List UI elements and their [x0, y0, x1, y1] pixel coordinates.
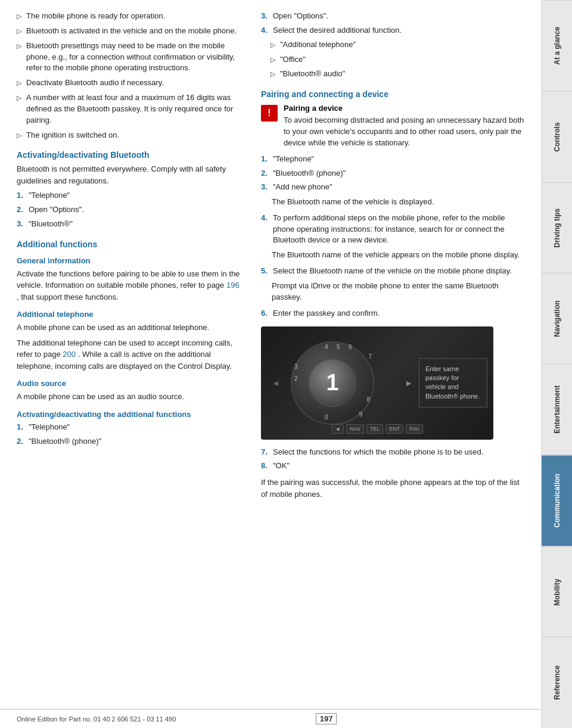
step-item: 3. Open "Options".	[261, 11, 524, 22]
bullet-item: ▷ Deactivate Bluetooth audio if necessar…	[17, 77, 243, 89]
sidebar-tab-label: Mobility	[553, 578, 561, 605]
warning-content: Pairing a device To avoid becoming distr…	[284, 104, 524, 149]
step-item: 1. "Telephone"	[17, 190, 243, 201]
menu-btn-fav: FAV	[406, 424, 422, 434]
step-num: 1.	[261, 154, 269, 165]
step-item: 3. "Add new phone"	[261, 182, 524, 193]
sub-bullet-item: ▷ "Bluetooth® audio"	[271, 69, 524, 80]
sidebar-tab-communication[interactable]: Communication	[542, 455, 572, 546]
step-num: 2.	[17, 204, 25, 216]
step-item: 1. "Telephone"	[261, 154, 524, 165]
step-item: 4. Select the desired additional functio…	[261, 25, 524, 36]
bullet-arrow-icon: ▷	[17, 42, 21, 74]
menu-btn-nav: NAV	[346, 424, 364, 434]
warning-icon: !	[261, 105, 278, 122]
general-info-page-link[interactable]: 196	[226, 281, 240, 290]
warning-text: To avoid becoming distracted and posing …	[284, 115, 524, 149]
sidebar-tab-controls[interactable]: Controls	[542, 91, 572, 182]
step-text: "Telephone"	[29, 190, 70, 201]
sidebar-tab-at-a-glance[interactable]: At a glance	[542, 0, 572, 91]
main-content: ▷ The mobile phone is ready for operatio…	[0, 0, 541, 728]
pairing-heading: Pairing and connecting a device	[261, 89, 524, 99]
bullet-arrow-icon: ▷	[271, 41, 275, 51]
step-item: 4. To perform additional steps on the mo…	[261, 213, 524, 247]
page-number: 197	[316, 713, 337, 724]
step-num: 7.	[261, 447, 269, 458]
idrive-controller: 4 5 6 7 2 3 8 9 0 1	[291, 341, 374, 425]
menu-btn-ent: ENT	[386, 424, 403, 434]
step-num: 1.	[17, 190, 25, 201]
bullet-text: Deactivate Bluetooth audio if necessary.	[26, 77, 164, 89]
footer-online-text: Online Edition for Part no. 01 40 2 606 …	[17, 715, 176, 723]
sidebar-tab-label: At a glance	[553, 27, 561, 65]
prerequisite-list: ▷ The mobile phone is ready for operatio…	[17, 11, 243, 141]
ring-num-7: 7	[368, 353, 372, 360]
sidebar-tab-label: Navigation	[553, 300, 561, 337]
bullet-item: ▷ The mobile phone is ready for operatio…	[17, 11, 243, 22]
step-text: "Telephone"	[273, 154, 314, 165]
sidebar-tab-reference[interactable]: Reference	[542, 637, 572, 728]
additional-telephone-heading: Additional telephone	[17, 310, 243, 319]
step-item: 7. Select the functions for which the mo…	[261, 447, 524, 458]
bullet-item: ▷ Bluetooth presettings may need to be m…	[17, 41, 243, 74]
sidebar-tab-label: Controls	[553, 122, 561, 151]
sidebar-tab-entertainment[interactable]: Entertainment	[542, 364, 572, 455]
step-num: 4.	[261, 213, 269, 247]
step-num: 3.	[261, 11, 269, 22]
step-item: 6. Enter the passkey and confirm.	[261, 308, 524, 319]
step-item: 2. "Bluetooth® (phone)"	[17, 436, 243, 447]
activating-additional-steps: 1. "Telephone" 2. "Bluetooth® (phone)"	[17, 422, 243, 447]
step-text: Select the desired additional function.	[273, 25, 402, 36]
step-item: 3. "Bluetooth®"	[17, 219, 243, 230]
steps-continued: 3. Open "Options". 4. Select the desired…	[261, 11, 524, 80]
idrive-inner-circle: 1	[309, 359, 356, 407]
step-text: To perform additional steps on the mobil…	[273, 213, 524, 247]
page-wrapper: ▷ The mobile phone is ready for operatio…	[0, 0, 572, 728]
step3-note: The Bluetooth name of the vehicle is dis…	[272, 196, 524, 208]
sidebar-tab-mobility[interactable]: Mobility	[542, 546, 572, 637]
bullet-arrow-icon: ▷	[17, 79, 21, 89]
step5-note: Prompt via iDrive or the mobile phone to…	[272, 280, 524, 303]
idrive-right-arrow: ►	[405, 378, 413, 388]
step4-note2: The Bluetooth name of the vehicle appear…	[272, 249, 524, 261]
bullet-arrow-icon: ▷	[17, 12, 21, 22]
sidebar-tab-label: Communication	[553, 474, 561, 528]
bullet-text: A number with at least four and a maximu…	[26, 92, 243, 126]
ring-num-8: 8	[366, 396, 370, 403]
bullet-item: ▷ A number with at least four and a maxi…	[17, 92, 243, 126]
idrive-image: ◄ 4 5 6 7 2 3 8 9 0 1	[261, 326, 493, 440]
step-num: 5.	[261, 266, 269, 277]
audio-source-body: A mobile phone can be used as an audio s…	[17, 391, 243, 403]
step-text: Select the Bluetooth name of the vehicle…	[273, 266, 512, 277]
step-text: "Telephone"	[29, 422, 70, 433]
general-info-heading: General information	[17, 256, 243, 265]
additional-telephone-body2: The additional telephone can be used to …	[17, 337, 243, 372]
additional-functions-heading: Additional functions	[17, 239, 243, 249]
step-text: "Add new phone"	[273, 182, 332, 193]
step-text: "Bluetooth®"	[29, 219, 73, 230]
step-item: 2. "Bluetooth® (phone)"	[261, 168, 524, 179]
sidebar-tab-navigation[interactable]: Navigation	[542, 273, 572, 364]
additional-telephone-body1: A mobile phone can be used as an additio…	[17, 322, 243, 334]
warning-box: ! Pairing a device To avoid becoming dis…	[261, 104, 524, 149]
sidebar-tab-driving-tips[interactable]: Driving tips	[542, 182, 572, 273]
page-footer: Online Edition for Part no. 01 40 2 606 …	[0, 709, 541, 728]
idrive-text-box: Enter same passkey for vehicle and Bluet…	[419, 358, 487, 408]
sub-bullet-text: "Additional telephone"	[280, 39, 356, 51]
step-num: 3.	[17, 219, 25, 230]
general-info-body: Activate the functions before pairing to…	[17, 268, 243, 303]
sub-bullet-text: "Bluetooth® audio"	[280, 69, 345, 80]
bullet-arrow-icon: ▷	[17, 131, 21, 141]
sub-bullet-list: ▷ "Additional telephone" ▷ "Office" ▷ "B…	[271, 39, 524, 80]
step-text: Enter the passkey and confirm.	[273, 308, 380, 319]
bullet-item: ▷ Bluetooth is activated in the vehicle …	[17, 26, 243, 37]
bullet-arrow-icon: ▷	[17, 27, 21, 37]
step-num: 1.	[17, 422, 25, 433]
menu-btn-tel: TEL	[366, 424, 384, 434]
bullet-text: Bluetooth presettings may need to be mad…	[26, 41, 243, 74]
step-text: "OK"	[273, 461, 290, 472]
ring-num-2: 2	[294, 375, 298, 382]
bullet-arrow-icon: ▷	[271, 70, 275, 80]
step-num: 3.	[261, 182, 269, 193]
additional-telephone-page-link[interactable]: 200	[63, 350, 76, 359]
